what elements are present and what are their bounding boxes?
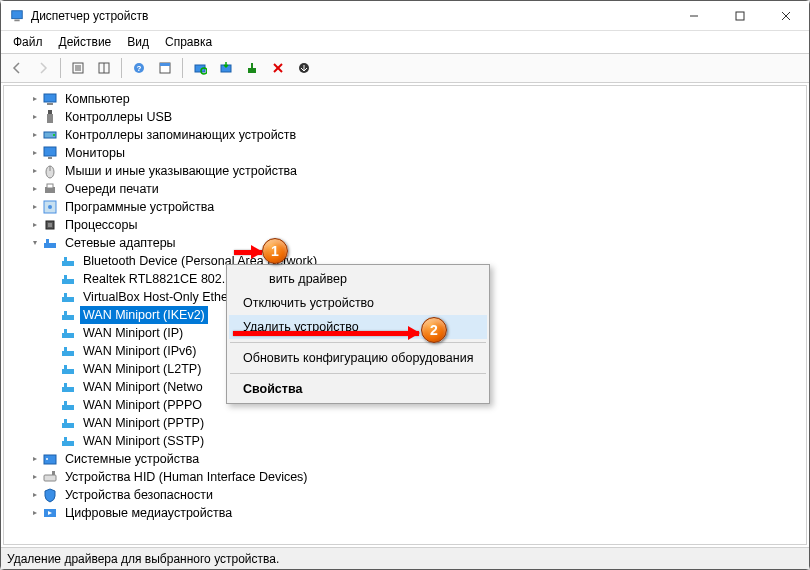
svg-rect-43 (62, 279, 74, 284)
network-adapter-icon (60, 397, 76, 413)
svg-rect-47 (62, 315, 74, 320)
menu-help[interactable]: Справка (157, 33, 220, 51)
expand-icon[interactable]: ▸ (28, 218, 42, 232)
forward-button[interactable] (31, 56, 55, 80)
tree-category[interactable]: ▸Компьютер (24, 90, 806, 108)
category-label[interactable]: Устройства безопасности (62, 486, 216, 504)
expand-icon[interactable]: ▸ (28, 182, 42, 196)
svg-rect-0 (12, 10, 23, 18)
tree-device[interactable]: WAN Miniport (PPTP) (42, 414, 806, 432)
category-label[interactable]: Системные устройства (62, 450, 202, 468)
tree-category[interactable]: ▸Контроллеры USB (24, 108, 806, 126)
titlebar: Диспетчер устройств (1, 1, 809, 31)
scan-button[interactable] (188, 56, 212, 80)
svg-rect-30 (48, 157, 52, 159)
menu-separator (230, 373, 486, 374)
expand-icon[interactable]: ▸ (28, 92, 42, 106)
svg-rect-46 (64, 293, 67, 297)
svg-rect-44 (64, 275, 67, 279)
tree-category[interactable]: ▸Устройства безопасности (24, 486, 806, 504)
device-tree[interactable]: ▸Компьютер▸Контроллеры USB▸Контроллеры з… (3, 85, 807, 545)
svg-rect-24 (47, 103, 53, 105)
tree-category[interactable]: ▸Системные устройства (24, 450, 806, 468)
minimize-button[interactable] (671, 1, 717, 30)
expand-icon[interactable]: ▸ (28, 200, 42, 214)
context-menu-item[interactable]: вить драйвер (229, 267, 487, 291)
expand-icon[interactable]: ▸ (28, 164, 42, 178)
category-label[interactable]: Контроллеры запоминающих устройств (62, 126, 299, 144)
properties-button[interactable] (153, 56, 177, 80)
maximize-button[interactable] (717, 1, 763, 30)
tree-category[interactable]: ▸Очереди печати (24, 180, 806, 198)
category-label[interactable]: Контроллеры USB (62, 108, 175, 126)
tree-device[interactable]: WAN Miniport (SSTP) (42, 432, 806, 450)
printer-icon (42, 181, 58, 197)
menu-file[interactable]: Файл (5, 33, 51, 51)
device-label[interactable]: WAN Miniport (IKEv2) (80, 306, 208, 324)
category-label[interactable]: Сетевые адаптеры (62, 234, 179, 252)
device-label[interactable]: WAN Miniport (L2TP) (80, 360, 204, 378)
list-button[interactable] (92, 56, 116, 80)
tree-category[interactable]: ▸Цифровые медиаустройства (24, 504, 806, 522)
expand-icon[interactable]: ▸ (28, 452, 42, 466)
svg-rect-56 (64, 383, 67, 387)
device-label[interactable]: WAN Miniport (IP) (80, 324, 186, 342)
network-adapter-icon (60, 289, 76, 305)
tree-category[interactable]: ▾Сетевые адаптеры (24, 234, 806, 252)
category-label[interactable]: Очереди печати (62, 180, 162, 198)
tree-category[interactable]: ▸Программные устройства (24, 198, 806, 216)
disable-button[interactable] (266, 56, 290, 80)
expand-icon[interactable]: ▸ (28, 146, 42, 160)
context-menu-item[interactable]: Обновить конфигурацию оборудования (229, 346, 487, 370)
expand-icon[interactable]: ▸ (28, 110, 42, 124)
device-label[interactable]: WAN Miniport (IPv6) (80, 342, 199, 360)
statusbar: Удаление драйвера для выбранного устройс… (1, 547, 809, 569)
device-label[interactable]: WAN Miniport (PPTP) (80, 414, 207, 432)
expand-icon[interactable]: ▸ (28, 488, 42, 502)
hid-icon (42, 469, 58, 485)
expand-icon[interactable]: ▸ (28, 506, 42, 520)
category-label[interactable]: Мыши и иные указывающие устройства (62, 162, 300, 180)
device-label[interactable]: WAN Miniport (SSTP) (80, 432, 207, 450)
annotation-arrow-1 (234, 250, 262, 255)
context-menu-item[interactable]: Отключить устройство (229, 291, 487, 315)
expand-icon[interactable]: ▸ (28, 128, 42, 142)
back-button[interactable] (5, 56, 29, 80)
svg-rect-42 (64, 257, 67, 261)
details-button[interactable] (66, 56, 90, 80)
collapse-icon[interactable]: ▾ (28, 236, 42, 250)
install-button[interactable] (292, 56, 316, 80)
help-button[interactable]: ? (127, 56, 151, 80)
category-label[interactable]: Процессоры (62, 216, 140, 234)
context-menu: вить драйверОтключить устройствоУдалить … (226, 264, 490, 404)
svg-rect-52 (64, 347, 67, 351)
uninstall-button[interactable] (240, 56, 264, 80)
device-label[interactable]: WAN Miniport (PPPO (80, 396, 205, 414)
expand-icon[interactable]: ▸ (28, 470, 42, 484)
svg-rect-50 (64, 329, 67, 333)
update-driver-button[interactable] (214, 56, 238, 80)
svg-rect-59 (62, 423, 74, 428)
tree-category[interactable]: ▸Мониторы (24, 144, 806, 162)
category-label[interactable]: Компьютер (62, 90, 133, 108)
menu-view[interactable]: Вид (119, 33, 157, 51)
system-icon (42, 451, 58, 467)
menu-action[interactable]: Действие (51, 33, 120, 51)
tree-category[interactable]: ▸Устройства HID (Human Interface Devices… (24, 468, 806, 486)
category-label[interactable]: Устройства HID (Human Interface Devices) (62, 468, 311, 486)
category-label[interactable]: Мониторы (62, 144, 128, 162)
category-label[interactable]: Программные устройства (62, 198, 217, 216)
close-button[interactable] (763, 1, 809, 30)
callout-2: 2 (421, 317, 447, 343)
context-menu-item[interactable]: Свойства (229, 377, 487, 401)
network-adapter-icon (60, 415, 76, 431)
device-label[interactable]: WAN Miniport (Netwo (80, 378, 206, 396)
tree-category[interactable]: ▸Контроллеры запоминающих устройств (24, 126, 806, 144)
tree-category[interactable]: ▸Мыши и иные указывающие устройства (24, 162, 806, 180)
annotation-arrow-2 (233, 331, 419, 336)
menubar: Файл Действие Вид Справка (1, 31, 809, 53)
tree-category[interactable]: ▸Процессоры (24, 216, 806, 234)
category-label[interactable]: Цифровые медиаустройства (62, 504, 235, 522)
svg-rect-45 (62, 297, 74, 302)
network-adapter-icon (60, 433, 76, 449)
